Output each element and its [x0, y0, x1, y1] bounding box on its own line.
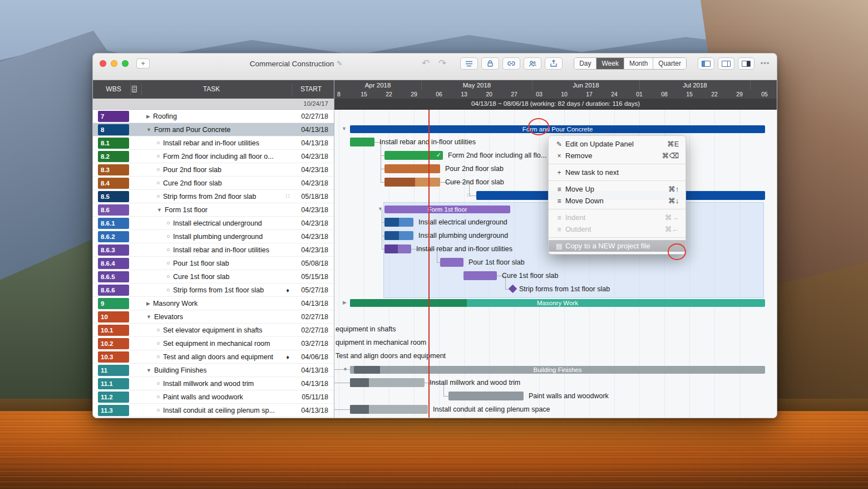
task-bar-install-conduit-at-ceiling-plenum-space[interactable]: [350, 405, 428, 414]
task-bar-install-millwork-and-wood-trim[interactable]: [350, 378, 425, 387]
wbs-column-header[interactable]: WBS: [98, 80, 129, 99]
task-cell: Set equipment in mechanical room: [141, 340, 282, 348]
add-task-button[interactable]: +: [136, 58, 150, 69]
notes-column-icon: [132, 86, 137, 92]
view-mode-week[interactable]: Week: [596, 58, 624, 69]
table-row-8-6[interactable]: 8.6▼Form 1st floor04/23/18: [93, 203, 334, 217]
table-row-11-2[interactable]: 11.2Paint walls and woodwork05/11/18: [93, 390, 334, 404]
summary-bar-form-and-pour-concrete[interactable]: Form and Pour Concrete: [350, 125, 765, 133]
menu-item-indent[interactable]: ≡Indent⌘→: [549, 212, 685, 223]
toggle-outline-pane-button[interactable]: [698, 57, 714, 70]
task-bar-pour-1st-floor-slab[interactable]: [440, 258, 463, 267]
window-titlebar[interactable]: + Commercial Construction ✎ ↶ ↷: [93, 53, 777, 80]
table-row-8-6-5[interactable]: 8.6.5Cure 1st floor slab05/15/18: [93, 270, 334, 283]
wbs-badge: 8.6.1: [98, 218, 129, 229]
table-row-10-3[interactable]: 10.3Test and align doors and equipment♦0…: [93, 350, 334, 364]
table-row-8-6-3[interactable]: 8.6.3Install rebar and in-floor utilitie…: [93, 243, 334, 257]
task-bar-paint-walls-and-woodwork[interactable]: [448, 392, 524, 400]
redo-button[interactable]: ↷: [436, 57, 449, 70]
toggle-split-pane-button[interactable]: [718, 57, 734, 70]
zoom-button[interactable]: [122, 60, 129, 67]
table-row-8-3[interactable]: 8.3Pour 2nd floor slab04/23/18: [93, 163, 334, 177]
lock-button[interactable]: [481, 57, 499, 70]
menu-item-move-down[interactable]: ≡Move Down⌘↓: [549, 195, 685, 207]
more-button[interactable]: •••: [758, 57, 772, 70]
table-row-10-2[interactable]: 10.2Set equipment in mechanical room03/2…: [93, 337, 334, 350]
toolbar: ↶ ↷ DayWeekMonthQuart: [419, 57, 772, 70]
disclosure-right-icon[interactable]: ▶: [343, 300, 347, 305]
table-row-8-6-4[interactable]: 8.6.4Pour 1st floor slab05/08/18: [93, 257, 334, 270]
summary-bar-masonry-work[interactable]: Masonry Work: [350, 299, 765, 307]
table-row-10-1[interactable]: 10.1Set elevator equipment in shafts02/2…: [93, 324, 334, 337]
task-bullet: [157, 342, 160, 345]
table-row-10[interactable]: 10▼Elevators02/27/18: [93, 310, 334, 324]
collaborate-button[interactable]: [524, 57, 541, 70]
menu-item-copy-to-a-new-project-file[interactable]: ▤Copy to a NEW project file: [549, 240, 685, 252]
table-row-8-1[interactable]: 8.1Install rebar and in-floor utilities0…: [93, 136, 334, 150]
link-button[interactable]: [502, 57, 520, 70]
task-bar-cure-2nd-floor-slab[interactable]: [384, 178, 440, 187]
task-bar-install-plumbing-underground[interactable]: [384, 231, 413, 240]
gantt-label-quipment-in-mechanical-room: quipment in mechanical room: [336, 338, 426, 347]
task-bar-pour-2nd-floor-slab[interactable]: [384, 164, 440, 173]
table-row-8-6-6[interactable]: 8.6.6Strip forms from 1st floor slab♦05/…: [93, 283, 334, 297]
table-row-11-1[interactable]: 11.1Install millwork and wood trim04/13/…: [93, 377, 334, 390]
task-label: Install rebar and in-floor utilities: [163, 139, 259, 147]
table-row-7[interactable]: 7▶Roofing02/27/18: [93, 110, 334, 123]
start-column-header[interactable]: START: [292, 80, 331, 99]
view-mode-quarter[interactable]: Quarter: [653, 58, 686, 69]
disclosure-down-icon[interactable]: ▼: [342, 126, 347, 131]
undo-button[interactable]: ↶: [419, 57, 432, 70]
task-column-header[interactable]: TASK: [141, 80, 282, 99]
task-bar-install-rebar-and-in-floor-utilities[interactable]: [384, 245, 411, 253]
table-row-8-6-1[interactable]: 8.6.1Install electrical underground04/23…: [93, 217, 334, 230]
menu-item-outdent[interactable]: ≡Outdent⌘←: [549, 223, 685, 235]
menu-item-remove[interactable]: ×Remove⌘⌫: [549, 150, 685, 162]
task-bar-install-rebar-and-in-floor-utilities[interactable]: [350, 138, 374, 146]
start-date: 04/13/18: [293, 407, 334, 414]
close-button[interactable]: [100, 60, 106, 67]
task-bullet: [157, 329, 160, 331]
summary-bar-form-1st-floor[interactable]: Form 1st floor: [384, 206, 510, 213]
share-button[interactable]: [545, 57, 563, 70]
view-mode-day[interactable]: Day: [574, 58, 596, 69]
task-bullet: [167, 275, 170, 278]
table-row-8[interactable]: 8▼Form and Pour Concrete04/13/18: [93, 123, 334, 136]
disclosure-triangle[interactable]: ▼: [146, 127, 151, 133]
completed-segment: [350, 378, 369, 387]
table-row-8-2[interactable]: 8.2Form 2nd floor including all floor o.…: [93, 150, 334, 163]
month-label: Apr 2018: [334, 80, 421, 90]
disclosure-triangle[interactable]: ▼: [157, 207, 162, 213]
task-cell: Strip forms from 1st floor slab: [141, 286, 282, 294]
move-up-icon: ≡: [553, 185, 565, 193]
task-bar-form-2nd-floor-including-all-flo[interactable]: ✓: [384, 151, 443, 160]
menu-item-move-up[interactable]: ≡Move Up⌘↑: [549, 183, 685, 195]
week-label: 22: [709, 90, 720, 99]
summary-bar-building-finishes[interactable]: Building Finishes: [350, 366, 765, 374]
task-bar-cure-1st-floor-slab[interactable]: [463, 271, 497, 280]
toggle-inspector-pane-button[interactable]: [738, 57, 754, 70]
table-row-11-3[interactable]: 11.3Install conduit at ceiling plenum sp…: [93, 404, 334, 417]
table-row-8-5[interactable]: 8.5Strip forms from 2nd floor slab∷05/18…: [93, 190, 334, 203]
disclosure-down-icon[interactable]: ▼: [343, 366, 348, 372]
task-cell: Paint walls and woodwork: [141, 393, 282, 401]
disclosure-down-icon[interactable]: ▼: [378, 206, 383, 212]
task-bar-install-electrical-underground[interactable]: [384, 218, 413, 227]
minimize-button[interactable]: [111, 60, 117, 67]
menu-item-new-task-to-next[interactable]: +New task to next: [549, 167, 685, 178]
timeline-header[interactable]: Apr 2018May 2018Jun 2018Jul 2018 8152229…: [334, 80, 777, 99]
table-row-8-4[interactable]: 8.4Cure 2nd floor slab04/23/18: [93, 177, 334, 190]
menu-item-edit-on-update-panel[interactable]: ✎Edit on Update Panel⌘E: [549, 138, 685, 150]
edit-title-icon[interactable]: ✎: [337, 60, 342, 67]
disclosure-triangle[interactable]: ▼: [146, 314, 151, 320]
table-row-9[interactable]: 9▶Masonry Work04/13/18: [93, 297, 334, 310]
disclosure-triangle[interactable]: ▼: [146, 368, 151, 373]
pane-left-icon: [702, 61, 711, 67]
wbs-badge: 10.2: [98, 338, 129, 349]
disclosure-triangle[interactable]: ▶: [146, 114, 150, 119]
table-row-11[interactable]: 11▼Building Finishes04/13/18: [93, 364, 334, 377]
baseline-button[interactable]: [460, 57, 478, 70]
table-row-8-6-2[interactable]: 8.6.2Install plumbing underground04/23/1…: [93, 230, 334, 243]
disclosure-triangle[interactable]: ▶: [146, 301, 150, 306]
view-mode-month[interactable]: Month: [624, 58, 653, 69]
